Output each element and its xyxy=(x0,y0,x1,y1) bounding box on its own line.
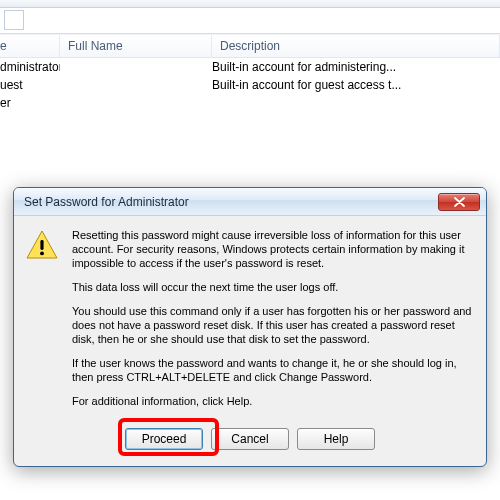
dialog-paragraph: This data loss will occur the next time … xyxy=(72,280,472,294)
address-segment[interactable] xyxy=(4,10,24,30)
warning-icon xyxy=(26,228,60,418)
table-row[interactable]: dministrator Built-in account for admini… xyxy=(0,58,500,76)
svg-rect-0 xyxy=(40,240,43,250)
dialog-paragraph: For additional information, click Help. xyxy=(72,394,472,408)
cell-description: Built-in account for guest access t... xyxy=(212,78,500,92)
help-button[interactable]: Help xyxy=(297,428,375,450)
cancel-button[interactable]: Cancel xyxy=(211,428,289,450)
window-chrome-strip xyxy=(0,0,500,8)
col-header-fullname[interactable]: Full Name xyxy=(60,35,212,57)
cell-name: uest xyxy=(0,78,60,92)
cell-name: er xyxy=(0,96,60,110)
close-button[interactable] xyxy=(438,193,480,211)
table-row[interactable]: er xyxy=(0,94,500,112)
dialog-paragraph: If the user knows the password and wants… xyxy=(72,356,472,384)
column-headers: e Full Name Description xyxy=(0,34,500,58)
main-window: e Full Name Description dministrator Bui… xyxy=(0,0,500,500)
table-row[interactable]: uest Built-in account for guest access t… xyxy=(0,76,500,94)
dialog-title: Set Password for Administrator xyxy=(24,195,438,209)
close-icon xyxy=(454,197,465,207)
user-list: dministrator Built-in account for admini… xyxy=(0,58,500,112)
dialog-paragraph: You should use this command only if a us… xyxy=(72,304,472,346)
cell-name: dministrator xyxy=(0,60,60,74)
dialog-text: Resetting this password might cause irre… xyxy=(72,228,472,418)
dialog-titlebar[interactable]: Set Password for Administrator xyxy=(14,188,486,216)
dialog-body: Resetting this password might cause irre… xyxy=(14,216,486,426)
svg-point-1 xyxy=(40,252,44,256)
dialog-buttons: Proceed Cancel Help xyxy=(14,426,486,460)
col-header-name[interactable]: e xyxy=(0,35,60,57)
proceed-button[interactable]: Proceed xyxy=(125,428,203,450)
address-bar xyxy=(0,8,500,34)
col-header-description[interactable]: Description xyxy=(212,35,500,57)
dialog-paragraph: Resetting this password might cause irre… xyxy=(72,228,472,270)
cell-description: Built-in account for administering... xyxy=(212,60,500,74)
set-password-dialog: Set Password for Administrator Resetting… xyxy=(13,187,487,467)
